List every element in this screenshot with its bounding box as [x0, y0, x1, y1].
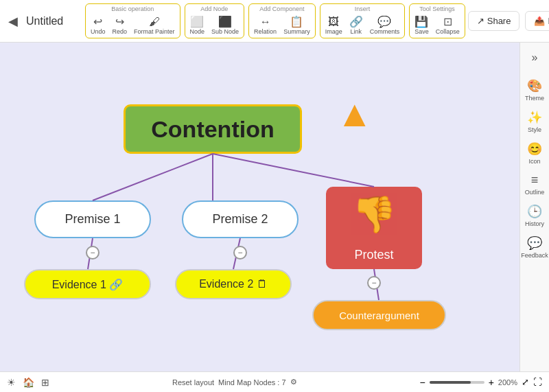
- toolbar-group-tool-settings: Tool Settings 💾 Save ⊡ Collapse: [409, 3, 465, 38]
- bottom-center: Reset layout Mind Map Nodes : 7 ⚙: [56, 378, 412, 387]
- export-icon: 📤: [534, 16, 545, 26]
- share-export-group: ↗ Share 📤 Export: [468, 11, 549, 31]
- outline-icon: ≡: [531, 173, 539, 187]
- toolbar-items-add-node: ⬜ Node ⬛ Sub Node: [188, 14, 242, 36]
- style-icon: ✨: [527, 110, 542, 125]
- format-painter-icon: 🖌: [149, 16, 160, 28]
- summary-label: Summary: [283, 28, 310, 35]
- up-arrow-icon: ▲: [336, 92, 373, 135]
- toolbar-sub-node[interactable]: ⬛ Sub Node: [209, 14, 241, 36]
- sidebar-tool-style[interactable]: ✨ Style: [522, 107, 548, 136]
- icon-tool-icon: 😊: [527, 141, 542, 157]
- toolbar-redo[interactable]: ↪ Redo: [110, 14, 130, 36]
- canvas[interactable]: ▲ Contention Premise 1 Premise 2 👎 Prote…: [0, 43, 519, 392]
- toolbar-node[interactable]: ⬜ Node: [188, 14, 207, 36]
- toolbar-format-painter[interactable]: 🖌 Format Painter: [132, 14, 177, 36]
- toolbar-image[interactable]: 🖼 Image: [323, 14, 344, 36]
- right-sidebar: » 🎨 Theme ✨ Style 😊 Icon ≡ Outline 🕒 His…: [519, 43, 549, 392]
- collapse-premise2[interactable]: −: [233, 246, 247, 260]
- collapse-premise1[interactable]: −: [86, 246, 100, 260]
- toolbar-items-basic: ↩ Undo ↪ Redo 🖌 Format Painter: [89, 14, 177, 36]
- node-count: Mind Map Nodes : 7: [218, 378, 285, 387]
- share-label: Share: [487, 16, 511, 26]
- save-label: Save: [414, 28, 429, 35]
- grid-icon[interactable]: ⊞: [41, 377, 49, 388]
- toolbar-link[interactable]: 🔗 Link: [347, 14, 365, 36]
- relation-icon: ↔: [260, 16, 271, 28]
- sub-node-icon: ⬛: [218, 15, 232, 28]
- fit-icon[interactable]: ⤢: [522, 377, 529, 387]
- home-icon[interactable]: 🏠: [23, 377, 34, 388]
- link-icon: 🔗: [349, 15, 363, 28]
- premise2-label: Premise 2: [212, 212, 268, 227]
- contention-node[interactable]: Contention: [124, 104, 302, 154]
- sun-icon[interactable]: ☀: [7, 377, 16, 388]
- sidebar-tool-feedback[interactable]: 💬 Feedback: [522, 233, 548, 262]
- history-label: History: [525, 220, 544, 227]
- sidebar-tool-outline[interactable]: ≡ Outline: [522, 170, 548, 198]
- toolbar-summary[interactable]: 📋 Summary: [281, 14, 312, 36]
- protest-node[interactable]: 👎 Protest: [326, 187, 422, 269]
- toolbar-group-basic: Basic operation ↩ Undo ↪ Redo 🖌 Format P…: [85, 3, 180, 38]
- toolbar-group-insert-label: Insert: [355, 5, 371, 12]
- bottom-right: − + 200% ⤢ ⛶: [419, 377, 542, 388]
- premise1-node[interactable]: Premise 1: [34, 200, 151, 238]
- zoom-bar: [430, 381, 484, 384]
- toolbar-comments[interactable]: 💬 Comments: [368, 14, 402, 36]
- premise1-label: Premise 1: [65, 212, 120, 227]
- zoom-plus-button[interactable]: +: [489, 377, 494, 388]
- zoom-percent: 200%: [498, 378, 517, 387]
- relation-label: Relation: [254, 28, 277, 35]
- toolbar-collapse[interactable]: ⊡ Collapse: [434, 14, 462, 36]
- evidence2-node[interactable]: Evidence 2 🗒: [175, 269, 292, 299]
- undo-label: Undo: [91, 28, 106, 35]
- toolbar-items-add-component: ↔ Relation 📋 Summary: [252, 14, 312, 36]
- zoom-minus-button[interactable]: −: [419, 377, 425, 388]
- outline-label: Outline: [525, 189, 545, 196]
- svg-line-0: [93, 154, 213, 200]
- collapse-label: Collapse: [436, 28, 460, 35]
- toolbar-group-add-component: Add Component ↔ Relation 📋 Summary: [248, 3, 316, 38]
- header: ◀ Untitled Basic operation ↩ Undo ↪ Redo…: [0, 0, 549, 43]
- evidence1-label: Evidence 1 🔗: [52, 278, 124, 291]
- link-label: Link: [350, 28, 362, 35]
- comments-icon: 💬: [377, 15, 391, 28]
- redo-icon: ↪: [115, 15, 124, 28]
- toolbar-undo[interactable]: ↩ Undo: [89, 14, 108, 36]
- back-button[interactable]: ◀: [5, 11, 21, 32]
- sidebar-tool-icon[interactable]: 😊 Icon: [522, 139, 548, 168]
- feedback-icon: 💬: [527, 235, 542, 251]
- sidebar-collapse-button[interactable]: »: [525, 48, 544, 67]
- premise2-node[interactable]: Premise 2: [182, 200, 299, 238]
- collapse-protest[interactable]: −: [367, 276, 381, 290]
- theme-icon: 🎨: [527, 78, 542, 93]
- comments-label: Comments: [370, 28, 400, 35]
- reset-layout-button[interactable]: Reset layout: [172, 378, 214, 387]
- toolbar-group-basic-label: Basic operation: [111, 5, 154, 12]
- image-icon: 🖼: [328, 16, 339, 28]
- sidebar-tool-history[interactable]: 🕒 History: [522, 201, 548, 230]
- counterargument-node[interactable]: Counterargument: [312, 300, 446, 330]
- toolbar-items-insert: 🖼 Image 🔗 Link 💬 Comments: [323, 14, 402, 36]
- redo-label: Redo: [113, 28, 128, 35]
- undo-icon: ↩: [93, 15, 102, 28]
- toolbar: Basic operation ↩ Undo ↪ Redo 🖌 Format P…: [85, 3, 468, 38]
- fullscreen-icon[interactable]: ⛶: [533, 377, 542, 387]
- protest-label: Protest: [354, 248, 393, 262]
- toolbar-relation[interactable]: ↔ Relation: [252, 14, 279, 36]
- node-icon: ⬜: [190, 15, 204, 28]
- thumbsdown-icon: 👎: [352, 194, 397, 235]
- share-button[interactable]: ↗ Share: [468, 11, 520, 31]
- history-icon: 🕒: [527, 204, 542, 219]
- summary-icon: 📋: [290, 15, 303, 28]
- export-button[interactable]: 📤 Export: [525, 11, 549, 31]
- toolbar-group-add-node: Add Node ⬜ Node ⬛ Sub Node: [185, 3, 245, 38]
- style-label: Style: [528, 126, 541, 133]
- toolbar-save[interactable]: 💾 Save: [412, 14, 431, 36]
- toolbar-group-add-node-label: Add Node: [200, 5, 228, 12]
- sidebar-tool-theme[interactable]: 🎨 Theme: [522, 76, 548, 104]
- counterargument-label: Counterargument: [339, 310, 419, 321]
- evidence1-node[interactable]: Evidence 1 🔗: [24, 269, 151, 299]
- collapse-icon: ⊡: [443, 15, 452, 28]
- zoom-fill: [430, 381, 471, 384]
